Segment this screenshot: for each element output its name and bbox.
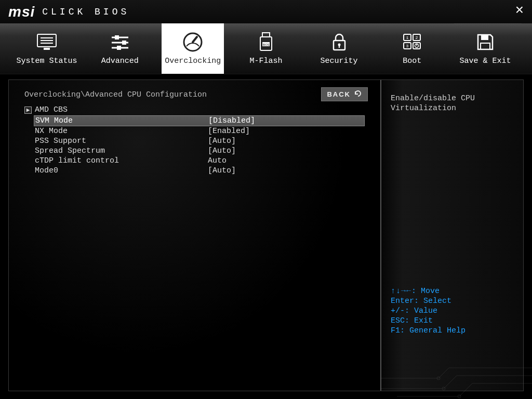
svg-text:3: 3	[406, 44, 409, 48]
svg-rect-18	[262, 33, 270, 37]
svg-rect-34	[481, 35, 488, 40]
key-help: ↑↓→←: Move Enter: Select +/-: Value ESC:…	[391, 286, 514, 336]
nav-label: Security	[321, 57, 358, 65]
setting-value: [Auto]	[208, 146, 236, 156]
svg-rect-10	[44, 48, 50, 50]
setting-label: SVM Mode	[34, 116, 208, 126]
svg-text:1: 1	[406, 35, 409, 40]
nav-label: Overclocking	[165, 57, 221, 65]
nav-boot[interactable]: 123 Boot	[381, 23, 443, 74]
back-arrow-icon	[354, 90, 362, 99]
nav-overclocking[interactable]: Overclocking	[162, 23, 224, 74]
svg-rect-35	[481, 43, 490, 49]
setting-label: PSS Support	[34, 136, 208, 146]
setting-spread-spectrum[interactable]: Spread Spectrum [Auto]	[34, 146, 365, 156]
usb-bios-icon: BIOS	[254, 32, 278, 52]
nav-m-flash[interactable]: BIOS M-Flash	[235, 23, 297, 74]
setting-mode0[interactable]: Mode0 [Auto]	[34, 166, 365, 176]
setting-ctdp-limit-control[interactable]: cTDP limit control Auto	[34, 156, 365, 166]
nav-save-exit[interactable]: Save & Exit	[454, 23, 516, 74]
key-help-enter: Enter: Select	[391, 296, 514, 306]
arrow-keys-icon: ↑↓→←	[391, 287, 411, 296]
svg-text:BIOS: BIOS	[263, 43, 270, 46]
back-button[interactable]: BACK	[321, 87, 368, 101]
setting-value: [Auto]	[208, 166, 236, 176]
nav-label: System Status	[16, 57, 77, 65]
key-help-move: : Move	[411, 287, 440, 296]
help-panel: Enable/disable CPU Virtualization ↑↓→←: …	[380, 80, 523, 391]
setting-svm-mode[interactable]: SVM Mode [Disabled]	[34, 115, 365, 126]
setting-label: Mode0	[34, 166, 208, 176]
sliders-icon	[108, 32, 132, 52]
close-button[interactable]: ×	[513, 6, 526, 18]
close-icon: ×	[515, 3, 524, 19]
setting-value: Auto	[208, 156, 227, 166]
nav-security[interactable]: Security	[308, 23, 370, 74]
app-title: CLICK BIOS	[42, 7, 129, 17]
setting-value: [Auto]	[208, 136, 236, 146]
submenu-arrow-icon: ▶	[24, 107, 32, 114]
key-help-f1: F1: General Help	[391, 326, 514, 336]
svg-rect-14	[122, 41, 126, 45]
setting-value: [Disabled]	[208, 116, 255, 126]
breadcrumb: Overclocking\Advanced CPU Configuration	[24, 90, 365, 99]
msi-logo: msi	[8, 4, 35, 20]
submenu-label: AMD CBS	[35, 105, 68, 114]
title-bar: msi CLICK BIOS ×	[0, 0, 532, 23]
settings-list: SVM Mode [Disabled] NX Mode [Enabled] PS…	[34, 115, 365, 176]
svg-rect-12	[115, 35, 119, 39]
settings-panel: BACK Overclocking\Advanced CPU Configura…	[9, 80, 380, 391]
key-help-esc: ESC: Exit	[391, 316, 514, 326]
svg-text:2: 2	[416, 35, 418, 40]
setting-nx-mode[interactable]: NX Mode [Enabled]	[34, 126, 365, 136]
main-nav: System Status Advanced Overclocking BIOS…	[0, 23, 532, 74]
svg-rect-16	[117, 46, 121, 50]
setting-pss-support[interactable]: PSS Support [Auto]	[34, 136, 365, 146]
svg-point-5	[458, 395, 461, 398]
submenu-amd-cbs[interactable]: ▶ AMD CBS	[24, 105, 365, 114]
nav-label: Advanced	[101, 57, 139, 65]
nav-label: M-Flash	[249, 57, 282, 65]
nav-system-status[interactable]: System Status	[16, 23, 78, 74]
svg-rect-24	[338, 45, 339, 48]
setting-label: cTDP limit control	[34, 156, 208, 166]
nav-label: Save & Exit	[459, 57, 511, 65]
lock-icon	[327, 32, 352, 52]
boot-order-icon: 123	[400, 32, 424, 52]
nav-advanced[interactable]: Advanced	[89, 23, 151, 74]
content-frame: BACK Overclocking\Advanced CPU Configura…	[8, 79, 524, 391]
setting-label: Spread Spectrum	[34, 146, 208, 156]
setting-value: [Enabled]	[208, 126, 250, 136]
nav-label: Boot	[403, 57, 421, 65]
help-text: Enable/disable CPU Virtualization	[391, 94, 514, 113]
key-help-plusminus: +/-: Value	[391, 306, 514, 316]
system-status-icon	[34, 32, 59, 52]
setting-label: NX Mode	[34, 126, 208, 136]
back-label: BACK	[327, 90, 351, 98]
floppy-save-icon	[473, 32, 498, 52]
gauge-icon	[180, 32, 205, 52]
